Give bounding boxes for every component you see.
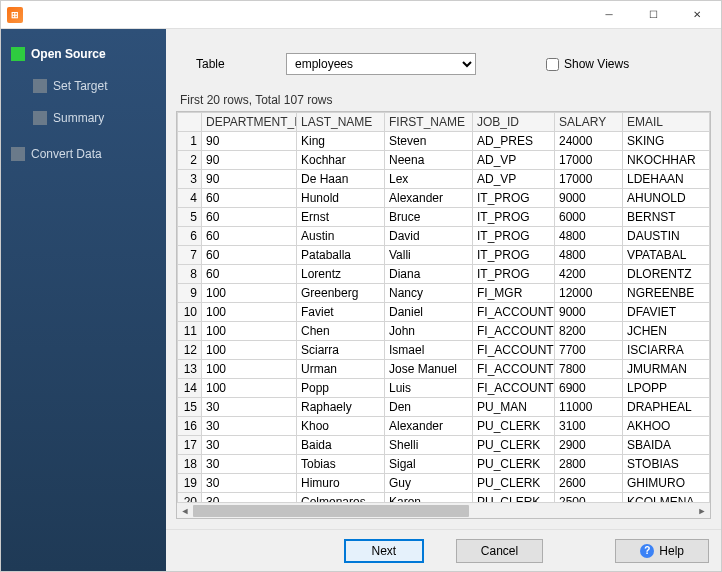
cell[interactable]: Colmenares [297,493,385,503]
cell[interactable]: LDEHAAN [623,170,710,189]
table-row[interactable]: 1730BaidaShelliPU_CLERK2900SBAIDA [178,436,710,455]
column-header[interactable]: EMAIL [623,113,710,132]
cell[interactable]: NGREENBE [623,284,710,303]
cell[interactable]: AHUNOLD [623,189,710,208]
cell[interactable]: IT_PROG [473,208,555,227]
column-header[interactable]: LAST_NAME [297,113,385,132]
sidebar-item-open-source[interactable]: Open Source [11,43,166,65]
next-button[interactable]: Next [344,539,424,563]
table-row[interactable]: 460HunoldAlexanderIT_PROG9000AHUNOLD [178,189,710,208]
cell[interactable]: DRAPHEAL [623,398,710,417]
column-header[interactable]: FIRST_NAME [385,113,473,132]
sidebar-item-convert-data[interactable]: Convert Data [11,143,166,165]
cell[interactable]: 17000 [555,170,623,189]
cell[interactable]: 30 [202,398,297,417]
cell[interactable]: Ernst [297,208,385,227]
cell[interactable]: NKOCHHAR [623,151,710,170]
cell[interactable]: Luis [385,379,473,398]
table-row[interactable]: 12100SciarraIsmaelFI_ACCOUNT7700ISCIARRA [178,341,710,360]
cell[interactable]: 6900 [555,379,623,398]
cell[interactable]: 7800 [555,360,623,379]
cell[interactable]: 30 [202,455,297,474]
cell[interactable]: Steven [385,132,473,151]
cell[interactable]: 100 [202,360,297,379]
cancel-button[interactable]: Cancel [456,539,543,563]
cell[interactable]: Kochhar [297,151,385,170]
cell[interactable]: 60 [202,208,297,227]
cell[interactable]: PU_CLERK [473,455,555,474]
cell[interactable]: 60 [202,189,297,208]
cell[interactable]: KCOLMENA [623,493,710,503]
cell[interactable]: PU_MAN [473,398,555,417]
cell[interactable]: ISCIARRA [623,341,710,360]
cell[interactable]: 60 [202,246,297,265]
cell[interactable]: VPATABAL [623,246,710,265]
cell[interactable]: Guy [385,474,473,493]
cell[interactable]: 9000 [555,303,623,322]
cell[interactable]: Valli [385,246,473,265]
cell[interactable]: FI_ACCOUNT [473,303,555,322]
cell[interactable]: Jose Manuel [385,360,473,379]
table-row[interactable]: 760PataballaValliIT_PROG4800VPATABAL [178,246,710,265]
cell[interactable]: 17000 [555,151,623,170]
cell[interactable]: AKHOO [623,417,710,436]
cell[interactable]: Austin [297,227,385,246]
cell[interactable]: 100 [202,379,297,398]
table-row[interactable]: 1830TobiasSigalPU_CLERK2800STOBIAS [178,455,710,474]
table-select[interactable]: employees [286,53,476,75]
cell[interactable]: 11000 [555,398,623,417]
table-row[interactable]: 560ErnstBruceIT_PROG6000BERNST [178,208,710,227]
cell[interactable]: David [385,227,473,246]
cell[interactable]: Den [385,398,473,417]
table-row[interactable]: 9100GreenbergNancyFI_MGR12000NGREENBE [178,284,710,303]
cell[interactable]: Sigal [385,455,473,474]
cell[interactable]: Neena [385,151,473,170]
cell[interactable]: Daniel [385,303,473,322]
cell[interactable]: 60 [202,265,297,284]
cell[interactable]: 6000 [555,208,623,227]
table-row[interactable]: 390De HaanLexAD_VP17000LDEHAAN [178,170,710,189]
cell[interactable]: 90 [202,170,297,189]
cell[interactable]: PU_CLERK [473,493,555,503]
cell[interactable]: PU_CLERK [473,417,555,436]
cell[interactable]: IT_PROG [473,189,555,208]
show-views-checkbox[interactable]: Show Views [546,57,629,71]
cell[interactable]: Shelli [385,436,473,455]
cell[interactable]: Ismael [385,341,473,360]
cell[interactable]: JMURMAN [623,360,710,379]
table-row[interactable]: 660AustinDavidIT_PROG4800DAUSTIN [178,227,710,246]
cell[interactable]: 30 [202,417,297,436]
cell[interactable]: Diana [385,265,473,284]
cell[interactable]: 30 [202,474,297,493]
cell[interactable]: DAUSTIN [623,227,710,246]
table-row[interactable]: 1530RaphaelyDenPU_MAN11000DRAPHEAL [178,398,710,417]
cell[interactable]: 100 [202,341,297,360]
cell[interactable]: 4800 [555,246,623,265]
cell[interactable]: John [385,322,473,341]
cell[interactable]: 30 [202,436,297,455]
cell[interactable]: 2600 [555,474,623,493]
sidebar-item-summary[interactable]: Summary [33,107,166,129]
cell[interactable]: GHIMURO [623,474,710,493]
table-row[interactable]: 13100UrmanJose ManuelFI_ACCOUNT7800JMURM… [178,360,710,379]
table-row[interactable]: 10100FavietDanielFI_ACCOUNT9000DFAVIET [178,303,710,322]
cell[interactable]: 90 [202,151,297,170]
cell[interactable]: Himuro [297,474,385,493]
cell[interactable]: Khoo [297,417,385,436]
cell[interactable]: 2900 [555,436,623,455]
cell[interactable]: Alexander [385,417,473,436]
maximize-button[interactable]: ☐ [631,2,675,28]
cell[interactable]: 100 [202,322,297,341]
cell[interactable]: LPOPP [623,379,710,398]
cell[interactable]: Baida [297,436,385,455]
cell[interactable]: Lorentz [297,265,385,284]
cell[interactable]: AD_VP [473,151,555,170]
cell[interactable]: Greenberg [297,284,385,303]
cell[interactable]: Nancy [385,284,473,303]
cell[interactable]: 3100 [555,417,623,436]
table-row[interactable]: 14100PoppLuisFI_ACCOUNT6900LPOPP [178,379,710,398]
table-row[interactable]: 860LorentzDianaIT_PROG4200DLORENTZ [178,265,710,284]
column-header[interactable]: JOB_ID [473,113,555,132]
cell[interactable]: Bruce [385,208,473,227]
cell[interactable]: 24000 [555,132,623,151]
